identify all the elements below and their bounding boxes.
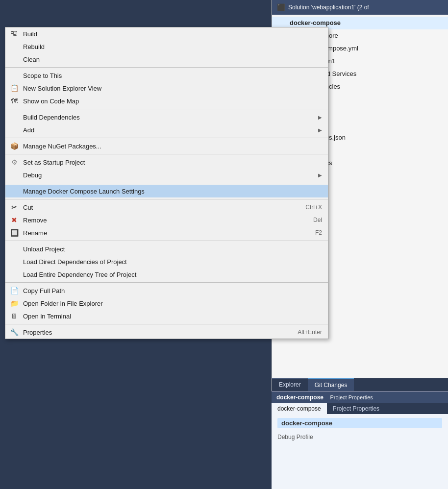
docker-compose-label: docker-compose	[281, 419, 332, 427]
menu-item-properties[interactable]: 🔧PropertiesAlt+Enter	[5, 326, 328, 339]
menu-item-rename[interactable]: 🔲RenameF2	[5, 226, 328, 239]
shortcut-remove: Del	[294, 217, 322, 223]
props-icon: 🔧	[9, 327, 19, 337]
git-changes-tab[interactable]: Git Changes	[308, 378, 354, 391]
shortcut-properties: Alt+Enter	[278, 329, 322, 336]
menu-label-add: Add	[23, 126, 34, 134]
menu-item-load-entire[interactable]: Load Entire Dependency Tree of Project	[5, 268, 328, 281]
shortcut-cut: Ctrl+X	[286, 204, 322, 211]
docker-panel-tabs: docker-compose Project Properties	[272, 403, 448, 414]
docker-panel-content: docker-compose Debug Profile	[272, 414, 448, 446]
menu-separator-sep8	[5, 282, 328, 283]
menu-item-debug[interactable]: Debug▶	[5, 169, 328, 181]
menu-separator-sep2	[5, 109, 328, 109]
remove-icon: ✖	[9, 215, 19, 225]
menu-separator-sep6	[5, 199, 328, 199]
solution-explorer-title: Solution 'webapplication1' (2 of	[288, 4, 369, 11]
code-map-icon: 🗺	[9, 96, 19, 106]
menu-separator-sep1	[5, 67, 328, 68]
menu-label-rebuild: Rebuild	[23, 43, 45, 50]
menu-label-remove: Remove	[23, 217, 47, 224]
menu-label-scope-to-this: Scope to This	[23, 72, 62, 79]
menu-label-copy-full-path: Copy Full Path	[23, 287, 65, 294]
folder-icon: 📁	[9, 298, 19, 308]
solution-explorer-header: ⬛ Solution 'webapplication1' (2 of	[272, 0, 448, 15]
debug-profile-label: Debug Profile	[277, 434, 313, 440]
project-properties-panel-tab[interactable]: Project Properties	[327, 403, 385, 414]
rename-icon: 🔲	[9, 228, 19, 238]
menu-item-show-on-code-map[interactable]: 🗺Show on Code Map	[5, 95, 328, 107]
menu-item-open-folder[interactable]: 📁Open Folder in File Explorer	[5, 297, 328, 310]
compose-panel-tab[interactable]: docker-compose	[272, 403, 327, 414]
copy-icon: 📄	[9, 286, 19, 295]
menu-label-load-entire: Load Entire Dependency Tree of Project	[23, 271, 136, 278]
menu-label-open-terminal: Open in Terminal	[23, 313, 71, 320]
menu-label-manage-docker: Manage Docker Compose Launch Settings	[23, 188, 145, 195]
explorer-tab[interactable]: Explorer	[272, 378, 308, 391]
menu-separator-sep4	[5, 154, 328, 154]
menu-separator-sep5	[5, 183, 328, 183]
menu-item-remove[interactable]: ✖RemoveDel	[5, 214, 328, 226]
menu-label-set-startup: Set as Startup Project	[23, 159, 85, 166]
menu-item-load-direct[interactable]: Load Direct Dependencies of Project	[5, 255, 328, 268]
nuget-icon: 📦	[9, 141, 19, 151]
menu-label-new-solution-explorer-view: New Solution Explorer View	[23, 85, 101, 92]
new-solution-explorer-icon: 📋	[9, 83, 19, 93]
menu-label-unload-project: Unload Project	[23, 245, 65, 253]
submenu-arrow-debug: ▶	[318, 172, 322, 178]
menu-separator-sep7	[5, 241, 328, 241]
menu-label-load-direct: Load Direct Dependencies of Project	[23, 258, 127, 266]
menu-label-build-dependencies: Build Dependencies	[23, 114, 80, 121]
menu-label-debug: Debug	[23, 171, 42, 179]
menu-separator-sep9	[5, 324, 328, 324]
menu-item-manage-docker[interactable]: Manage Docker Compose Launch Settings	[5, 185, 328, 197]
menu-item-build[interactable]: 🏗Build	[5, 27, 328, 40]
docker-panel: docker-compose Project Properties docker…	[272, 391, 448, 489]
menu-item-clean[interactable]: Clean	[5, 53, 328, 66]
menu-item-build-dependencies[interactable]: Build Dependencies▶	[5, 111, 328, 123]
menu-item-scope-to-this[interactable]: Scope to This	[5, 69, 328, 82]
menu-label-rename: Rename	[23, 229, 47, 237]
docker-panel-header: docker-compose Project Properties	[272, 391, 448, 403]
submenu-arrow-build-dependencies: ▶	[318, 115, 322, 120]
menu-label-open-folder: Open Folder in File Explorer	[23, 300, 103, 307]
debug-profile-row: Debug Profile	[277, 432, 442, 442]
menu-label-show-on-code-map: Show on Code Map	[23, 98, 79, 105]
docker-compose-selected-row: docker-compose	[277, 418, 442, 428]
menu-item-unload-project[interactable]: Unload Project	[5, 243, 328, 255]
cut-icon: ✂	[9, 202, 19, 212]
menu-item-open-terminal[interactable]: 🖥Open in Terminal	[5, 310, 328, 322]
terminal-icon: 🖥	[9, 311, 19, 321]
menu-item-set-startup[interactable]: ⚙Set as Startup Project	[5, 156, 328, 169]
menu-separator-sep3	[5, 138, 328, 138]
menu-label-build: Build	[23, 30, 37, 38]
menu-item-manage-nuget[interactable]: 📦Manage NuGet Packages...	[5, 140, 328, 152]
menu-item-new-solution-explorer-view[interactable]: 📋New Solution Explorer View	[5, 82, 328, 95]
menu-label-properties: Properties	[23, 329, 52, 336]
vs-icon: ⬛	[277, 3, 285, 11]
docker-compose-icon	[280, 19, 288, 27]
build-icon: 🏗	[9, 29, 19, 39]
context-menu: 🏗BuildRebuildCleanScope to This📋New Solu…	[5, 27, 328, 339]
menu-item-rebuild[interactable]: Rebuild	[5, 40, 328, 53]
docker-panel-title: docker-compose Project Properties	[276, 394, 373, 401]
shortcut-rename: F2	[296, 229, 322, 236]
menu-item-cut[interactable]: ✂CutCtrl+X	[5, 201, 328, 214]
menu-label-clean: Clean	[23, 56, 40, 63]
menu-label-manage-nuget: Manage NuGet Packages...	[23, 143, 101, 150]
menu-item-add[interactable]: Add▶	[5, 123, 328, 136]
submenu-arrow-add: ▶	[318, 127, 322, 133]
menu-item-copy-full-path[interactable]: 📄Copy Full Path	[5, 284, 328, 297]
menu-label-cut: Cut	[23, 204, 33, 211]
settings-icon: ⚙	[9, 157, 19, 167]
